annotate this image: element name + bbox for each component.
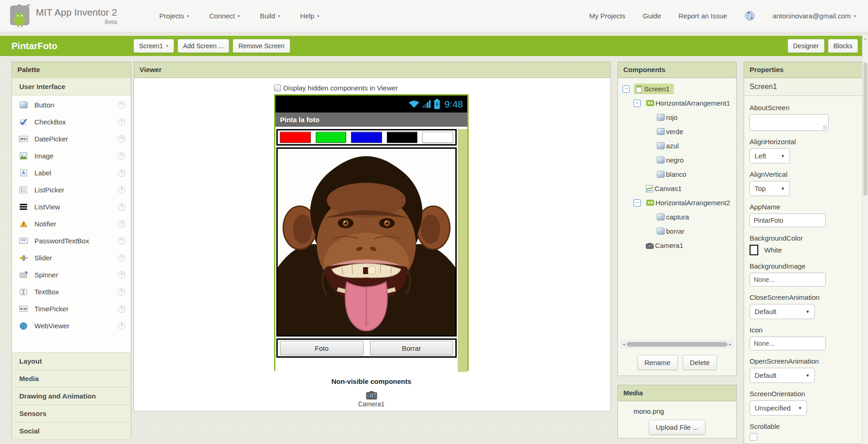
scroll-left-arrow-icon[interactable]: ◄ [622,343,626,347]
account-menu[interactable]: antoninovara@gmail.com ▾ [773,12,856,20]
components-horizontal-scrollbar[interactable]: ◄ ► [621,341,733,348]
palette-item-label[interactable]: ALabel? [12,164,131,181]
collapse-toggle-icon[interactable]: − [622,85,630,93]
component-tree-item-camera1[interactable]: Camera1 [618,238,736,253]
component-tree-item-rojo[interactable]: rojo [618,110,736,124]
phone-button-captura[interactable]: Foto [280,341,364,355]
palette-item-spinner[interactable]: Spinner? [12,266,131,283]
component-tree-item-captura[interactable]: captura [618,210,736,224]
palette-item-listview[interactable]: ListView? [12,198,131,215]
designer-tab-button[interactable]: Designer [788,39,824,53]
palette-item-checkbox[interactable]: CheckBox? [12,113,131,130]
help-icon[interactable]: ? [118,254,125,262]
palette-item-slider[interactable]: Slider? [12,249,131,266]
component-tree-item-horizontalarrangement1[interactable]: −HorizontalArrangement1 [618,96,736,110]
help-icon[interactable]: ? [118,271,125,279]
upload-file-button[interactable]: Upload File ... [649,420,706,435]
property-closescreenanimation-select[interactable]: Default▼ [750,304,815,319]
palette-item-listpicker[interactable]: ListPicker? [12,181,131,198]
collapse-toggle-icon[interactable]: − [633,199,641,207]
link-report-an-issue[interactable]: Report an Issue [678,12,727,20]
palette-section-sensors[interactable]: Sensors [12,405,131,422]
remove-screen-button[interactable]: Remove Screen [233,39,290,53]
palette-item-datepicker[interactable]: 2011DatePicker? [12,130,131,147]
palette-item-image[interactable]: Image? [12,147,131,164]
help-icon[interactable]: ? [118,203,125,211]
scrollbar-thumb[interactable] [863,62,868,196]
collapse-toggle-icon[interactable]: − [633,100,641,107]
component-tree-item-horizontalarrangement2[interactable]: −HorizontalArrangement2 [618,196,736,210]
component-tree-item-negro[interactable]: negro [618,153,736,167]
palette-item-textbox[interactable]: TextBox? [12,283,131,300]
phone-color-button-blanco[interactable] [422,132,453,143]
component-tree-item-canvas1[interactable]: Canvas1 [618,181,736,196]
phone-color-button-rojo[interactable] [280,132,311,143]
help-icon[interactable]: ? [118,186,125,194]
help-icon[interactable]: ? [118,237,125,245]
property-aboutscreen-textarea[interactable] [750,114,829,131]
help-icon[interactable]: ? [118,152,125,160]
palette-section-layout[interactable]: Layout [12,352,131,370]
palette-section-social[interactable]: Social [12,422,131,440]
help-icon[interactable]: ? [118,118,125,126]
display-hidden-checkbox[interactable] [274,84,281,91]
scrollbar-thumb[interactable] [627,342,728,347]
phone-color-button-verde[interactable] [316,132,347,143]
rename-button[interactable]: Rename [637,355,678,370]
nonvisible-component-camera1[interactable]: Camera1 [274,390,469,408]
property-openscreenanimation-select[interactable]: Default▼ [750,368,815,383]
menu-help[interactable]: Help▾ [300,12,319,20]
component-tree-item-borrar[interactable]: borrar [618,224,736,238]
property-openscreenanimation: OpenScreenAnimationDefault▼ [750,357,857,383]
phone-button-borrar[interactable]: Borrar [370,341,454,355]
property-appname-input[interactable] [750,214,826,227]
button-component-icon [657,228,665,235]
palette-item-notifier[interactable]: Notifier? [12,215,131,232]
scroll-up-arrow-icon[interactable]: ▲ [862,36,868,40]
link-my-projects[interactable]: My Projects [589,12,625,20]
property-alignhorizontal-select[interactable]: Left▼ [750,148,790,163]
property-backgroundcolor-picker[interactable]: White [750,245,857,255]
menu-build[interactable]: Build▾ [260,12,280,20]
help-icon[interactable]: ? [118,101,125,109]
help-icon[interactable]: ? [118,220,125,228]
screen-selector-button[interactable]: Screen1 ▾ [134,39,174,53]
palette-item-webviewer[interactable]: WebViewer? [12,317,131,334]
add-screen-button[interactable]: Add Screen ... [178,39,230,53]
menu-connect[interactable]: Connect▾ [209,12,240,20]
property-alignvertical-select[interactable]: Top▼ [750,181,790,196]
phone-color-button-azul[interactable] [351,132,382,143]
language-globe-icon[interactable] [745,11,755,21]
property-backgroundimage-picker[interactable]: None... [750,273,826,287]
menu-projects[interactable]: Projects▾ [159,12,189,20]
property-icon-picker[interactable]: None... [750,337,826,350]
component-tree-item-azul[interactable]: azul [618,139,736,153]
phone-color-button-negro[interactable] [387,132,418,143]
help-icon[interactable]: ? [118,169,125,177]
media-file-mono-png[interactable]: mono.png [633,407,736,415]
property-label-alignhorizontal: AlignHorizontal [750,138,857,146]
scroll-right-arrow-icon[interactable]: ► [728,343,733,347]
link-guide[interactable]: Guide [643,12,661,20]
component-tree-item-blanco[interactable]: blanco [618,167,736,181]
help-icon[interactable]: ? [118,322,125,330]
button-component-icon [657,214,665,220]
component-tree-item-screen1[interactable]: −Screen1 [618,82,736,96]
help-icon[interactable]: ? [118,288,125,296]
palette-item-button[interactable]: Button? [12,96,131,113]
palette-item-passwordtextbox[interactable]: **PasswordTextBox? [12,232,131,249]
blocks-tab-button[interactable]: Blocks [828,39,858,53]
drawing-canvas[interactable] [276,147,457,337]
page-vertical-scrollbar[interactable]: ▲ [862,36,868,444]
palette-section-drawing-and-animation[interactable]: Drawing and Animation [12,387,131,405]
palette-section-media[interactable]: Media [12,370,131,388]
help-icon[interactable]: ? [118,305,125,313]
property-screenorientation-select[interactable]: Unspecified▼ [750,400,807,416]
component-tree-item-verde[interactable]: verde [618,124,736,139]
property-label-openscreenanimation: OpenScreenAnimation [750,357,857,365]
property-scrollable-checkbox[interactable] [750,433,757,441]
palette-item-timepicker[interactable]: 8:10TimePicker? [12,300,131,317]
delete-button[interactable]: Delete [683,355,717,370]
help-icon[interactable]: ? [118,135,125,143]
palette-section-user-interface[interactable]: User Interface [12,78,131,96]
